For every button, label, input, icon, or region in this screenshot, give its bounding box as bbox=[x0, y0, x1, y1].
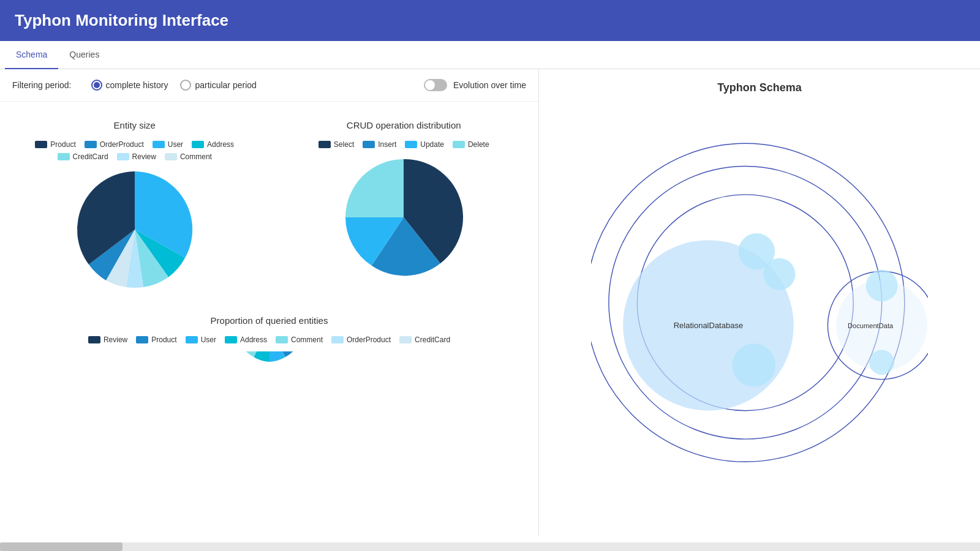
legend-orderproduct: OrderProduct bbox=[85, 140, 144, 149]
tab-bar: Schema Queries bbox=[0, 41, 980, 69]
legend-q-user: User bbox=[186, 335, 216, 344]
filter-row: Filtering period: complete history parti… bbox=[0, 69, 538, 102]
left-panel: Filtering period: complete history parti… bbox=[0, 69, 539, 536]
legend-color-update bbox=[405, 141, 417, 148]
legend-color-comment bbox=[165, 153, 177, 160]
radio-complete-history[interactable]: complete history bbox=[91, 80, 168, 91]
legend-color-q-orderproduct bbox=[331, 336, 344, 343]
tab-schema[interactable]: Schema bbox=[5, 41, 58, 69]
legend-color-product bbox=[35, 141, 47, 148]
main-content: Filtering period: complete history parti… bbox=[0, 69, 980, 536]
radio-particular-period[interactable]: particular period bbox=[180, 80, 256, 91]
legend-color-q-review bbox=[88, 336, 100, 343]
legend-q-review: Review bbox=[88, 335, 127, 344]
tab-queries[interactable]: Queries bbox=[58, 41, 110, 69]
radio-group: complete history particular period bbox=[91, 80, 257, 91]
queried-entities-chart: Proportion of queried entities Review Pr… bbox=[0, 303, 538, 376]
right-panel: Typhon Schema RelationalDatabase Documen… bbox=[539, 69, 980, 536]
legend-update: Update bbox=[405, 140, 444, 149]
radio-label-particular: particular period bbox=[195, 80, 256, 90]
legend-color-review bbox=[117, 153, 129, 160]
legend-insert: Insert bbox=[363, 140, 396, 149]
entity-size-legend: Product OrderProduct User Address bbox=[6, 140, 263, 161]
svg-point-7 bbox=[732, 343, 775, 387]
entity-size-chart: Entity size Product OrderProduct User bbox=[0, 108, 270, 303]
svg-text:DocumentData: DocumentData bbox=[848, 322, 894, 329]
schema-diagram: RelationalDatabase DocumentData bbox=[591, 98, 928, 496]
legend-color-insert bbox=[363, 141, 375, 148]
legend-user: User bbox=[153, 140, 183, 149]
legend-color-creditcard bbox=[58, 153, 70, 160]
radio-label-complete: complete history bbox=[106, 80, 168, 90]
svg-point-11 bbox=[866, 269, 898, 301]
legend-address: Address bbox=[192, 140, 234, 149]
queried-title: Proportion of queried entities bbox=[211, 315, 328, 326]
svg-point-12 bbox=[869, 350, 894, 375]
legend-q-product: Product bbox=[136, 335, 176, 344]
crud-chart: CRUD operation distribution Select Inser… bbox=[270, 108, 539, 303]
entity-size-title: Entity size bbox=[114, 120, 156, 130]
crud-title: CRUD operation distribution bbox=[347, 120, 461, 130]
crud-legend: Select Insert Update Delete bbox=[318, 140, 489, 149]
legend-product: Product bbox=[35, 140, 75, 149]
legend-color-select bbox=[318, 141, 331, 148]
legend-color-user bbox=[153, 141, 165, 148]
filter-label: Filtering period: bbox=[12, 80, 72, 90]
legend-creditcard: CreditCard bbox=[58, 152, 108, 161]
charts-area: Entity size Product OrderProduct User bbox=[0, 102, 538, 382]
legend-review: Review bbox=[117, 152, 156, 161]
crud-pie bbox=[342, 156, 465, 279]
legend-q-address: Address bbox=[225, 335, 267, 344]
legend-comment: Comment bbox=[165, 152, 212, 161]
radio-circle-complete bbox=[91, 80, 102, 91]
legend-q-comment: Comment bbox=[276, 335, 323, 344]
radio-circle-particular bbox=[180, 80, 191, 91]
legend-color-q-creditcard bbox=[399, 336, 412, 343]
schema-title: Typhon Schema bbox=[717, 81, 802, 94]
svg-text:RelationalDatabase: RelationalDatabase bbox=[674, 321, 743, 330]
legend-q-creditcard: CreditCard bbox=[399, 335, 450, 344]
queried-legend: Review Product User Address bbox=[88, 335, 450, 344]
app-title: Typhon Monitoring Interface bbox=[15, 11, 228, 29]
toggle-group: Evolution over time bbox=[424, 79, 526, 91]
legend-color-q-address bbox=[225, 336, 237, 343]
legend-color-delete bbox=[453, 141, 465, 148]
app-header: Typhon Monitoring Interface bbox=[0, 0, 980, 41]
legend-select: Select bbox=[318, 140, 354, 149]
legend-color-address bbox=[192, 141, 204, 148]
entity-size-pie bbox=[74, 168, 196, 291]
legend-color-orderproduct bbox=[85, 141, 97, 148]
evolution-toggle[interactable] bbox=[424, 79, 447, 91]
legend-q-orderproduct: OrderProduct bbox=[331, 335, 391, 344]
legend-color-q-comment bbox=[276, 336, 288, 343]
legend-color-q-product bbox=[136, 336, 148, 343]
toggle-label: Evolution over time bbox=[453, 80, 526, 90]
legend-delete: Delete bbox=[453, 140, 489, 149]
svg-point-6 bbox=[764, 258, 796, 290]
legend-color-q-user bbox=[186, 336, 198, 343]
